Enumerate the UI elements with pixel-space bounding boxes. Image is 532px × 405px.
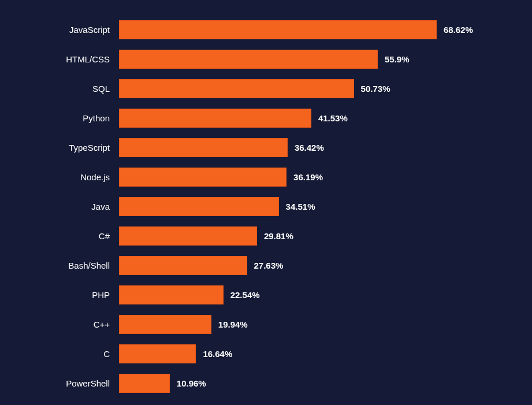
bar-track: 68.62%: [119, 20, 477, 39]
value-label: 22.54%: [230, 290, 260, 300]
bar-row: C++ 19.94%: [0, 310, 509, 339]
bar: [119, 50, 378, 69]
bar-track: 34.51%: [119, 197, 477, 216]
bar-track: 50.73%: [119, 79, 477, 98]
bar-track: 36.42%: [119, 138, 477, 157]
bar-row: Node.js 36.19%: [0, 162, 509, 192]
value-label: 68.62%: [444, 25, 473, 35]
bar-track: 22.54%: [119, 285, 477, 304]
category-label: Node.js: [0, 172, 119, 182]
bar-row: Java 34.51%: [0, 192, 509, 221]
category-label: Java: [0, 202, 119, 211]
bar: [119, 344, 196, 363]
bar-row: HTML/CSS 55.9%: [0, 44, 509, 74]
bar: [119, 138, 288, 157]
bar: [119, 109, 311, 128]
bar-row: SQL 50.73%: [0, 74, 509, 103]
bar-track: 16.64%: [119, 344, 477, 363]
bar-track: 29.81%: [119, 226, 477, 246]
bar-track: 36.19%: [119, 168, 477, 187]
category-label: C: [0, 349, 119, 359]
category-label: C#: [0, 231, 119, 241]
bar-row: C 16.64%: [0, 339, 509, 369]
bar-track: 41.53%: [119, 109, 477, 128]
category-label: Bash/Shell: [0, 261, 119, 270]
bar: [119, 197, 279, 216]
category-label: Python: [0, 113, 119, 123]
value-label: 36.19%: [293, 172, 323, 182]
value-label: 36.42%: [295, 143, 324, 153]
bar-row: C# 29.81%: [0, 221, 509, 251]
category-label: HTML/CSS: [0, 54, 119, 64]
category-label: TypeScript: [0, 143, 119, 153]
value-label: 29.81%: [264, 231, 293, 241]
value-label: 10.96%: [177, 378, 206, 388]
value-label: 27.63%: [254, 261, 284, 270]
value-label: 41.53%: [318, 113, 348, 123]
category-label: JavaScript: [0, 25, 119, 35]
category-label: PHP: [0, 290, 119, 300]
bar: [119, 20, 437, 39]
bar-track: 55.9%: [119, 50, 477, 69]
bar: [119, 374, 170, 393]
horizontal-bar-chart: JavaScript 68.62% HTML/CSS 55.9% SQL 50.…: [0, 0, 532, 398]
value-label: 19.94%: [218, 319, 248, 329]
value-label: 50.73%: [361, 84, 390, 94]
bar-row: Python 41.53%: [0, 103, 509, 133]
category-label: C++: [0, 319, 119, 329]
bar: [119, 168, 287, 187]
bar: [119, 285, 224, 304]
category-label: SQL: [0, 84, 119, 94]
bar-track: 19.94%: [119, 315, 477, 334]
bar-track: 27.63%: [119, 256, 477, 275]
bar-row: PowerShell 10.96%: [0, 369, 509, 398]
bar-row: Bash/Shell 27.63%: [0, 251, 509, 280]
value-label: 55.9%: [385, 54, 410, 64]
bar: [119, 256, 247, 275]
category-label: PowerShell: [0, 378, 119, 388]
bar: [119, 315, 211, 334]
bar-row: PHP 22.54%: [0, 280, 509, 310]
bar-row: TypeScript 36.42%: [0, 133, 509, 162]
bar-row: JavaScript 68.62%: [0, 15, 509, 44]
bar-track: 10.96%: [119, 374, 477, 393]
value-label: 16.64%: [203, 349, 232, 359]
bar: [119, 79, 354, 98]
value-label: 34.51%: [286, 202, 315, 211]
bar: [119, 226, 257, 246]
